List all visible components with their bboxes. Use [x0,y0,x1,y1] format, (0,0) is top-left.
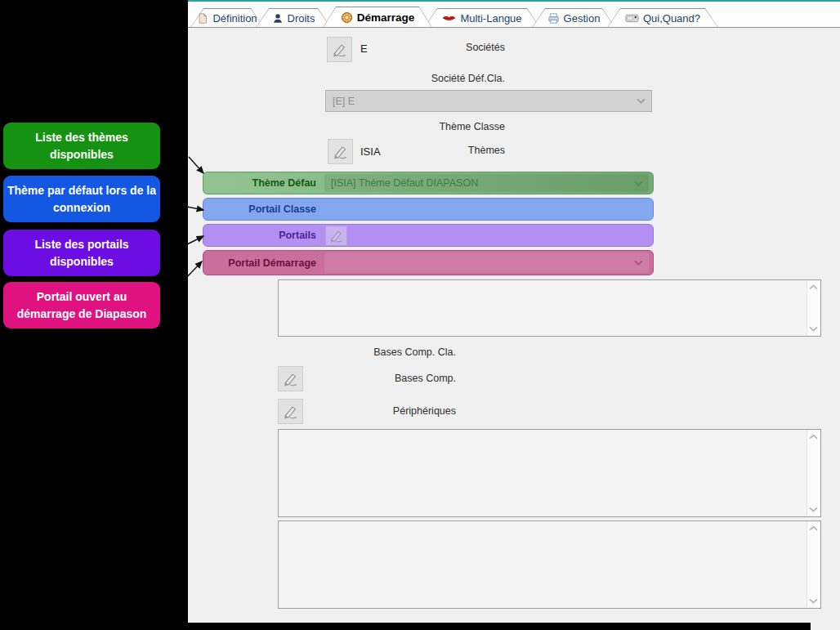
bases-comp-picker-button[interactable] [278,366,303,391]
tab-label: Droits [288,12,315,25]
chemin-ged-cla-textarea[interactable] [278,429,821,517]
themes-picker-button[interactable] [328,139,353,164]
scroll-up-icon[interactable] [809,525,818,531]
theme-defaut-value: [ISIA] Thème Défaut DIAPASON [324,177,634,189]
scroll-up-icon[interactable] [809,284,818,290]
tab-bar: Définition Droits Démarrage [190,8,718,28]
tab-droits[interactable]: Droits [256,8,331,28]
portail-demarrage-row: Portail Démarrage [203,250,654,275]
themes-value: ISIA [360,145,381,158]
chevron-down-icon [634,260,643,266]
portail-classe-row: Portail Classe [203,198,654,221]
bottom-black-strip [0,623,811,630]
peripheriques-label: Périphériques [393,405,456,417]
lips-icon [442,14,456,22]
societes-label: Sociétés [466,42,505,53]
tab-definition[interactable]: Définition [190,8,264,28]
hand-write-icon [332,42,348,58]
diapason-settings-window: Liste des thèmes disponibles Thème par d… [0,0,840,630]
scroll-up-icon[interactable] [809,434,818,440]
annotation-box-themes-list: Liste des thèmes disponibles [3,123,160,169]
chevron-down-icon [634,181,643,186]
annotation-box-startup-portal: Portail ouvert au démarrage de Diapason [3,282,160,328]
theme-defaut-label: Thème Défau [252,172,317,194]
tab-label: Définition [212,12,257,25]
wheel-icon [341,11,353,24]
scroll-down-icon[interactable] [809,507,818,512]
tab-demarrage[interactable]: Démarrage [323,7,432,28]
navigateur-textarea[interactable] [278,279,821,337]
tab-label: Multi-Langue [460,12,521,25]
annotation-panel: Liste des thèmes disponibles Thème par d… [0,0,188,630]
theme-defaut-row: Thème Défau [ISIA] Thème Défaut DIAPASON [203,172,654,194]
tab-label: Gestion [564,12,601,25]
vertical-scrollbar[interactable] [806,522,820,607]
document-icon [197,12,208,25]
portail-demarrage-select[interactable] [324,252,649,273]
portail-classe-label: Portail Classe [248,199,316,220]
settings-panel: Définition Droits Démarrage [188,0,840,630]
peripheriques-picker-button[interactable] [278,399,303,424]
person-icon [272,12,284,25]
societes-value: E [360,42,368,55]
bases-comp-label: Bases Comp. [395,373,456,384]
tab-label: Démarrage [357,11,415,24]
hand-write-icon [283,404,299,420]
theme-classe-label: Thème Classe [439,121,505,132]
societe-def-cla-label: Société Déf.Cla. [431,73,505,84]
portail-demarrage-label: Portail Démarrage [228,251,316,275]
themes-label: Thèmes [468,145,505,156]
societe-defaut-value: [E] E [326,96,637,107]
tab-label: Qui,Quand? [643,12,700,25]
hand-write-icon [283,371,299,387]
annotation-box-portals-list: Liste des portails disponibles [3,230,160,276]
theme-defaut-select[interactable]: [ISIA] Thème Défaut DIAPASON [324,174,649,192]
tab-multi-langue[interactable]: Multi-Langue [424,8,540,28]
annotation-box-default-theme: Thème par défaut lors de la connexion [3,176,160,222]
societe-defaut-select[interactable]: [E] E [325,90,652,112]
chevron-down-icon [637,98,646,104]
portails-label: Portails [279,225,316,246]
printer-icon [547,12,560,25]
hand-write-icon [333,144,349,160]
bases-comp-cla-label: Bases Comp. Cla. [373,346,456,358]
vertical-scrollbar[interactable] [806,431,820,516]
tab-gestion[interactable]: Gestion [532,8,615,28]
vertical-scrollbar[interactable] [806,281,820,335]
scroll-down-icon[interactable] [809,326,818,332]
tab-qui-quand[interactable]: Qui,Quand? [607,8,718,28]
portails-picker-button[interactable] [325,226,347,246]
societes-picker-button[interactable] [327,37,352,62]
hand-write-icon [329,229,344,244]
scroll-down-icon[interactable] [809,598,818,604]
camera-icon [625,13,639,23]
chemin-ged-textarea[interactable] [278,521,821,609]
portails-row: Portails [203,224,654,247]
